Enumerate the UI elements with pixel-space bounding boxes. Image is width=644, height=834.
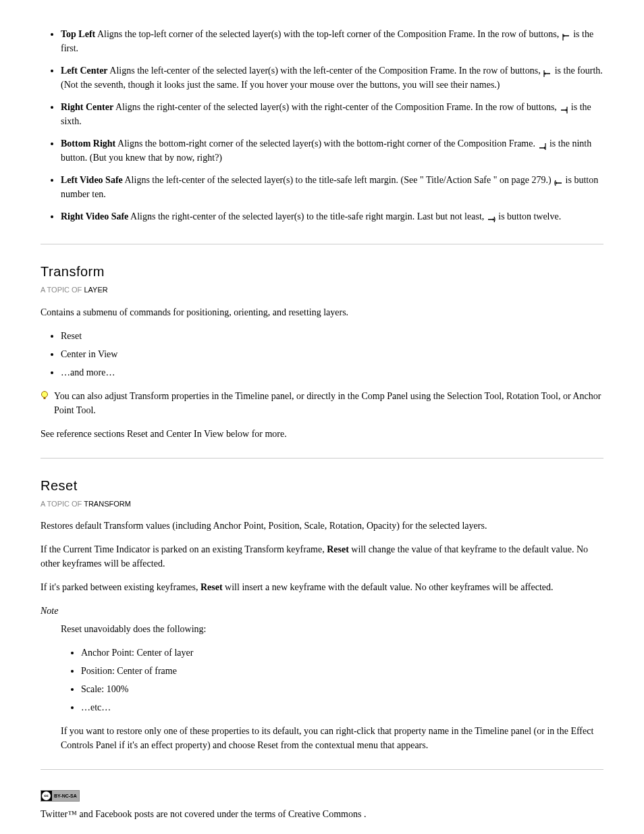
item-title: Top Left bbox=[61, 29, 95, 39]
transform-intro: Contains a submenu of commands for posit… bbox=[41, 305, 603, 319]
item-text-after: is button twelve. bbox=[498, 211, 561, 221]
cc-logo-icon: cc bbox=[42, 791, 51, 800]
list-item: Right Center Aligns the right-center of … bbox=[61, 100, 603, 128]
list-item: …etc… bbox=[81, 700, 603, 714]
reset-para2: If the Current Time Indicator is parked … bbox=[41, 542, 603, 571]
topic-of-line: A TOPIC OF TRANSFORM bbox=[41, 498, 603, 510]
cross-ref: Title/Action Safe bbox=[426, 175, 491, 185]
divider bbox=[41, 458, 603, 459]
section-heading-reset: Reset bbox=[41, 475, 603, 496]
list-item: …and more… bbox=[61, 365, 603, 380]
divider bbox=[41, 244, 603, 244]
item-text: Aligns the left-center of the selected l… bbox=[125, 175, 424, 185]
item-title: Right Center bbox=[61, 102, 113, 112]
ref-link-reset[interactable]: Reset bbox=[127, 429, 148, 439]
item-text: Aligns the right-center of the selected … bbox=[130, 211, 487, 221]
item-text: Aligns the bottom-right corner of the se… bbox=[117, 138, 537, 149]
note-intro: Reset unavoidably does the following: bbox=[61, 622, 603, 636]
list-item: Left Video Safe Aligns the left-center o… bbox=[61, 173, 603, 201]
note-para2: If you want to restore only one of these… bbox=[61, 724, 603, 752]
reset-para1: Restores default Transform values (inclu… bbox=[41, 519, 603, 533]
list-item: Scale: 100% bbox=[81, 682, 603, 696]
legal-notice: Twitter™ and Facebook posts are not cove… bbox=[41, 807, 603, 821]
tip-text: You can also adjust Transform properties… bbox=[54, 389, 603, 417]
cc-link[interactable]: Creative Commons bbox=[288, 809, 362, 819]
right-video-safe-icon bbox=[487, 213, 496, 221]
list-item: Top Left Aligns the top-left corner of t… bbox=[61, 27, 603, 55]
topic-of-link[interactable]: LAYER bbox=[84, 286, 107, 294]
topic-of-line: A TOPIC OF LAYER bbox=[41, 284, 603, 296]
list-item: Bottom Right Aligns the bottom-right cor… bbox=[61, 136, 603, 165]
reset-para3: If it's parked between existing keyframe… bbox=[41, 580, 603, 594]
topic-of-link[interactable]: TRANSFORM bbox=[84, 500, 131, 508]
anchor-alignment-list: Top Left Aligns the top-left corner of t… bbox=[41, 27, 603, 224]
list-item: Center in View bbox=[61, 347, 603, 361]
list-item: Right Video Safe Aligns the right-center… bbox=[61, 209, 603, 224]
svg-rect-17 bbox=[44, 397, 46, 399]
item-title: Left Center bbox=[61, 66, 108, 76]
item-title: Bottom Right bbox=[61, 138, 115, 149]
item-title: Left Video Safe bbox=[61, 175, 123, 185]
transform-submenu-list: Reset Center in View …and more… bbox=[41, 329, 603, 380]
list-item: Position: Center of frame bbox=[81, 664, 603, 678]
section-heading-transform: Transform bbox=[41, 261, 603, 282]
svg-marker-13 bbox=[556, 182, 558, 184]
item-title: Right Video Safe bbox=[61, 211, 128, 221]
list-item: Anchor Point: Center of layer bbox=[81, 646, 603, 660]
item-text: Aligns the right-center of the selected … bbox=[115, 102, 559, 112]
list-item: Reset bbox=[61, 329, 603, 343]
lightbulb-icon bbox=[41, 390, 49, 401]
tip-row: You can also adjust Transform properties… bbox=[41, 389, 603, 417]
bottom-right-icon bbox=[537, 140, 547, 149]
list-item: Left Center Aligns the left-center of th… bbox=[61, 63, 603, 92]
note-label: Note bbox=[41, 604, 603, 618]
item-text-mid: " on page 279.) bbox=[493, 175, 554, 185]
divider bbox=[41, 769, 603, 770]
reference-line: See reference sections Reset and Center … bbox=[41, 427, 603, 441]
top-left-icon bbox=[562, 31, 571, 39]
svg-marker-15 bbox=[493, 218, 495, 221]
reset-defaults-list: Anchor Point: Center of layer Position: … bbox=[61, 646, 603, 714]
item-text: Aligns the top-left corner of the select… bbox=[97, 29, 562, 39]
cc-license-badge[interactable]: cc BY-NC-SA bbox=[41, 787, 80, 802]
left-center-icon bbox=[543, 68, 552, 76]
right-center-icon bbox=[559, 104, 568, 112]
svg-point-16 bbox=[42, 391, 48, 397]
left-video-safe-icon bbox=[554, 177, 563, 185]
ref-link-center[interactable]: Center In View bbox=[166, 429, 223, 439]
item-text: Aligns the left-center of the selected l… bbox=[109, 66, 543, 76]
